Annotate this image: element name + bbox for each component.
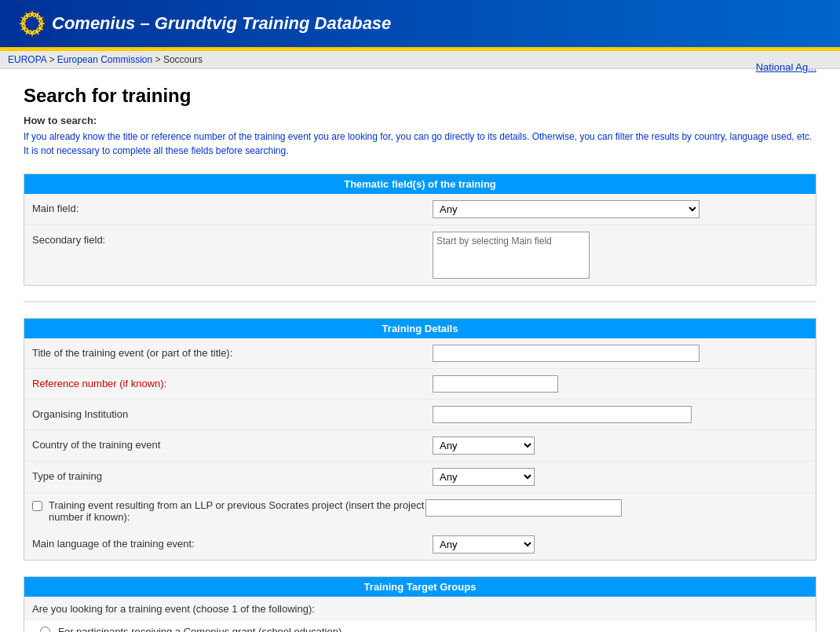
secondary-field-placeholder: Start by selecting Main field (436, 236, 552, 247)
target-groups-section: Training Target Groups Are you looking f… (24, 576, 816, 632)
thematic-section-header: Thematic field(s) of the training (24, 174, 816, 194)
target-option-1-row: For participants receiving a Comenius gr… (24, 621, 816, 632)
language-row: Main language of the training event: Any (24, 529, 816, 560)
main-field-select[interactable]: Any (433, 200, 699, 218)
llp-label: Training event resulting from an LLP or … (49, 499, 425, 523)
thematic-section: Thematic field(s) of the training Main f… (24, 174, 816, 286)
institution-label: Organising Institution (32, 406, 433, 420)
target-groups-header: Training Target Groups (24, 577, 816, 597)
app-title: Comenius – Grundtvig Training Database (52, 13, 391, 34)
training-details-section: Training Details Title of the training e… (24, 318, 816, 561)
main-field-row: Main field: Any (24, 194, 816, 225)
reference-input[interactable] (433, 375, 558, 393)
how-to-search-heading: How to search: (24, 115, 816, 126)
type-row: Type of training Any (24, 462, 816, 493)
divider-1 (24, 301, 816, 302)
llp-checkbox[interactable] (32, 501, 42, 511)
target-option-1-label: For participants receiving a Comenius gr… (58, 626, 341, 632)
institution-row: Organising Institution (24, 400, 816, 430)
country-select[interactable]: Any (433, 437, 535, 455)
main-content: Search for training National Ag... How t… (0, 69, 840, 632)
how-to-search-text: If you already know the title or referen… (24, 130, 816, 158)
target-question: Are you looking for a training event (ch… (24, 597, 816, 621)
header: Comenius – Grundtvig Training Database (0, 0, 840, 47)
training-details-header: Training Details (24, 319, 816, 338)
how-to-search: How to search: If you already know the t… (24, 115, 816, 158)
secondary-field-box[interactable]: Start by selecting Main field (433, 232, 590, 279)
reference-label: Reference number (if known): (32, 375, 433, 389)
country-row: Country of the training event Any (24, 430, 816, 462)
main-field-control: Any (433, 200, 808, 218)
breadcrumb: EUROPA > European Commission > Soccours (0, 51, 840, 69)
reference-row: Reference number (if known): (24, 369, 816, 400)
secondary-field-control: Start by selecting Main field (433, 232, 808, 279)
main-field-label: Main field: (32, 200, 433, 214)
secondary-field-row: Secondary field: Start by selecting Main… (24, 225, 816, 285)
language-select[interactable]: Any (433, 535, 535, 553)
breadcrumb-europa[interactable]: EUROPA (8, 54, 46, 65)
national-agency-link[interactable]: National Ag... (756, 61, 816, 73)
title-input[interactable] (433, 345, 699, 362)
institution-input[interactable] (433, 406, 692, 423)
llp-input[interactable] (425, 499, 622, 517)
secondary-field-label: Secondary field: (32, 232, 433, 246)
type-select[interactable]: Any (433, 468, 535, 486)
title-row: Title of the training event (or part of … (24, 338, 816, 369)
eu-logo-icon (13, 6, 52, 41)
country-label: Country of the training event (32, 437, 433, 451)
page-title: Search for training (24, 85, 816, 107)
llp-row: Training event resulting from an LLP or … (24, 493, 816, 529)
breadcrumb-european-commission[interactable]: European Commission (57, 54, 152, 65)
title-label: Title of the training event (or part of … (32, 345, 433, 359)
target-option-1-radio[interactable] (40, 627, 50, 632)
breadcrumb-soccours: Soccours (163, 54, 203, 65)
type-label: Type of training (32, 468, 433, 482)
language-label: Main language of the training event: (32, 535, 433, 550)
